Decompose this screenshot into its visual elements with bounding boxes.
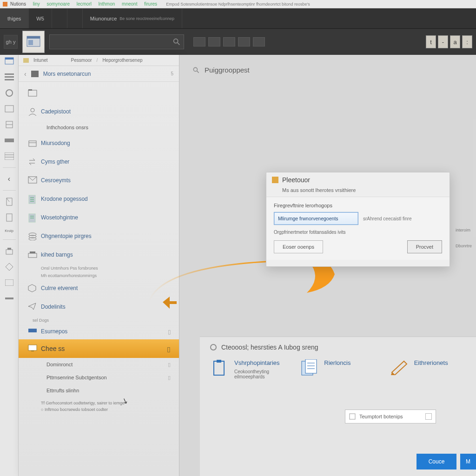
strip-icon[interactable]	[4, 136, 15, 145]
dropdown[interactable]: Mlirumge frwnorvenegoents	[274, 212, 358, 225]
menu-bar[interactable]: Nutions liny somynoare lecmorl lnthmon m…	[10, 1, 163, 7]
strip-icon[interactable]	[4, 278, 15, 287]
stack-icon	[28, 232, 37, 240]
crumb[interactable]: Heporgrothersenep	[102, 58, 142, 63]
sidebar-item[interactable]: Miursodong	[19, 134, 179, 152]
strip-icon[interactable]	[4, 88, 15, 98]
sidebar-item[interactable]: Esurnepos▯	[19, 324, 179, 339]
sidebar-subitem[interactable]: Pttrnsenrine Subctgentson▯	[19, 371, 179, 384]
menu-item[interactable]: lnthmon	[99, 1, 115, 7]
checkbox-label[interactable]: Orgpfrinertmetor fotitansalides ivits	[274, 230, 442, 235]
menu-item[interactable]: lecmorl	[77, 1, 92, 7]
sidebar-item[interactable]: Cesroeymts	[19, 171, 179, 190]
svg-rect-56	[350, 414, 355, 419]
options-icon[interactable]: ▯	[167, 345, 173, 352]
primary-button[interactable]: Procvet	[407, 240, 442, 253]
control-button[interactable]: t	[426, 35, 436, 48]
field-label: Firegrevftnire lerorhogops	[274, 203, 442, 208]
control-button[interactable]: -	[438, 35, 448, 48]
menu-item[interactable]: mneont	[122, 1, 137, 7]
sidebar-item[interactable]	[19, 84, 179, 102]
sidebar-item[interactable]: Krodone pogessod	[19, 190, 179, 208]
control-button[interactable]: :	[462, 35, 472, 48]
folder-icon	[28, 89, 37, 97]
tool-icon[interactable]	[253, 37, 265, 46]
tool-icon[interactable]	[223, 37, 235, 46]
strip-icon[interactable]	[4, 152, 15, 161]
strip-icon[interactable]: ‹	[4, 174, 15, 184]
strip-icon[interactable]	[4, 197, 15, 206]
back-button[interactable]: ‹	[24, 70, 26, 78]
sidebar-item[interactable]: Wosetohgintne	[19, 208, 179, 227]
tool-icon[interactable]	[238, 37, 250, 46]
svg-rect-8	[5, 76, 14, 78]
strip-icon[interactable]	[4, 246, 15, 256]
wizard-heading: Cteooosl; hesrsties A Iubog sreng	[210, 344, 466, 351]
app-icon	[3, 2, 7, 7]
sidebar-footnotes: ↘ Tf Gerhoconstort oodtetwrigy, sairer t…	[19, 397, 179, 418]
templates-button[interactable]: Teumptort botenips	[345, 410, 436, 423]
wizard-option[interactable]: Rierloncis	[300, 359, 376, 376]
menu-item[interactable]: Nutions	[10, 1, 26, 7]
sidebar-subitem[interactable]: Ettrrufts slinhn	[19, 384, 179, 397]
strip-icon[interactable]	[4, 104, 15, 113]
wizard-option[interactable]: Eithrerionets	[390, 359, 466, 376]
crumb[interactable]: Pessmoor	[71, 58, 92, 63]
strip-icon[interactable]	[4, 213, 15, 222]
options-icon[interactable]: ▯	[168, 329, 173, 334]
ribbon-tab[interactable]: W5	[29, 8, 52, 28]
title-bar: Nutions liny somynoare lecmorl lnthmon m…	[0, 0, 476, 8]
sidebar-item-selected[interactable]: Chee ss▯	[19, 339, 179, 358]
sidebar-item[interactable]: Cadepistoot	[19, 102, 179, 121]
strip-icon[interactable]	[4, 120, 15, 129]
wizard-option[interactable]: VshrphopintariesCeokoontheyting eilmoeep…	[210, 359, 286, 379]
continue-button[interactable]: Couce	[416, 454, 456, 469]
svg-rect-22	[5, 279, 13, 286]
toolbar-label[interactable]: gh y	[4, 35, 18, 49]
ribbon-tab[interactable]	[67, 8, 83, 28]
control-button[interactable]: a	[450, 35, 460, 48]
sidebar-item[interactable]: kihed barngs	[19, 245, 179, 264]
svg-rect-11	[5, 106, 13, 112]
options-icon[interactable]: ▯	[168, 362, 173, 367]
sidebar-item[interactable]: Dodelinits	[19, 298, 179, 316]
strip-icon[interactable]	[4, 262, 15, 271]
dialog-card: Pleetouor Ms aus sonott lherotes vrsithi…	[266, 172, 450, 267]
launcher-button[interactable]	[22, 31, 45, 53]
sidebar-item[interactable]: Ohgnentopie pirgres	[19, 227, 179, 245]
cube-icon	[28, 284, 37, 292]
sidebar-subitem[interactable]: Dominronct▯	[19, 358, 179, 371]
svg-rect-6	[5, 58, 13, 60]
tool-icon[interactable]	[208, 37, 220, 46]
sidebar-subitem[interactable]: Inthchodons onsrs	[19, 121, 179, 134]
next-button[interactable]: M	[460, 454, 476, 469]
tool-icon[interactable]	[193, 37, 205, 46]
options-icon[interactable]: ▯	[168, 375, 173, 380]
strip-icon[interactable]	[4, 294, 15, 303]
separator	[3, 239, 16, 240]
document-icon	[28, 213, 37, 222]
sidebar-item[interactable]: Cyms gther	[19, 152, 179, 171]
sidebar-item[interactable]: Culrre etverent	[19, 279, 179, 298]
strip-icon[interactable]	[4, 57, 15, 66]
header-icon	[31, 71, 39, 77]
menu-item[interactable]: liny	[33, 1, 40, 7]
drive-icon	[28, 327, 37, 336]
svg-rect-24	[28, 90, 37, 96]
search-icon	[172, 38, 181, 46]
svg-rect-23	[5, 298, 13, 299]
strip-icon[interactable]	[4, 73, 15, 82]
svg-point-10	[6, 90, 13, 96]
ribbon-tab[interactable]: Miunonurce Be sone reoctreeeinefconnep	[83, 8, 182, 28]
svg-line-47	[197, 71, 199, 73]
menu-item[interactable]: somynoare	[46, 1, 69, 7]
menu-item[interactable]: firures	[144, 1, 157, 7]
breadcrumb[interactable]: Intunet Pessmoor / Heporgrothersenep	[19, 55, 179, 66]
svg-point-46	[193, 67, 197, 71]
ribbon-tab[interactable]	[52, 8, 67, 28]
swap-icon	[28, 158, 37, 166]
ribbon-tab[interactable]: thiges	[0, 8, 29, 28]
search-input[interactable]	[49, 34, 184, 49]
crumb[interactable]: Intunet	[33, 58, 48, 63]
secondary-button[interactable]: Eoser ooenps	[274, 240, 323, 253]
